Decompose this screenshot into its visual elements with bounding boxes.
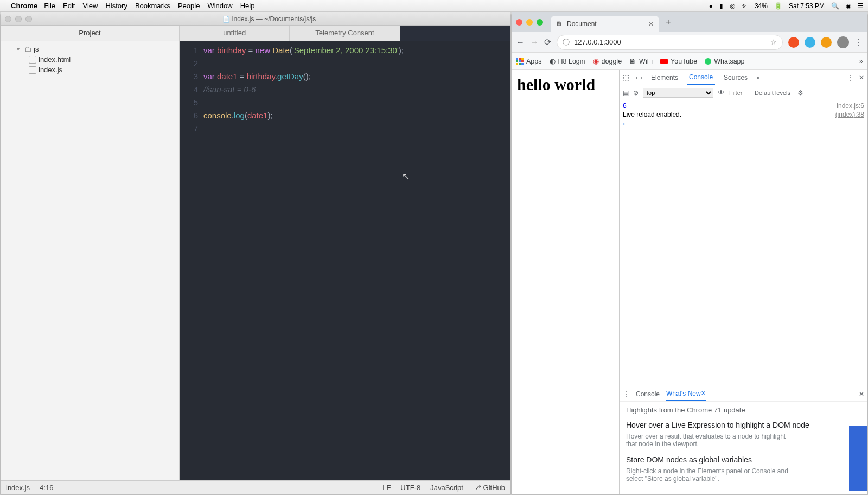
bookmark-item[interactable]: ◉doggle	[593, 57, 622, 65]
menu-help[interactable]: Help	[240, 2, 255, 10]
menu-window[interactable]: Window	[207, 2, 232, 10]
tree-file-js[interactable]: index.js	[1, 65, 179, 75]
tab-close-icon[interactable]: ✕	[648, 20, 654, 28]
sync-icon[interactable]: ◎	[730, 2, 735, 10]
menu-edit[interactable]: Edit	[63, 2, 75, 10]
back-button[interactable]: ←	[516, 37, 525, 47]
omnibox[interactable]: ⓘ 127.0.0.1:3000 ☆	[557, 35, 783, 50]
whatsnew-item-title: Hover over a Live Expression to highligh…	[626, 421, 861, 429]
extension-icon[interactable]	[805, 37, 815, 48]
context-select[interactable]: top	[643, 88, 713, 98]
extension-icon[interactable]	[821, 37, 832, 48]
editor-statusbar: index.js 4:16 LF UTF-8 JavaScript ⎇ GitH…	[1, 480, 510, 494]
chrome-maximize-icon[interactable]	[537, 19, 543, 26]
console-prompt[interactable]: ›	[623, 119, 864, 129]
devtools-tab-console[interactable]: Console	[687, 70, 715, 85]
drawer-menu-icon[interactable]: ⋮	[623, 390, 629, 398]
file-icon	[29, 56, 36, 64]
devtools-close-icon[interactable]: ✕	[859, 74, 864, 81]
tree-file-html[interactable]: index.html	[1, 54, 179, 65]
menu-history[interactable]: History	[105, 2, 127, 10]
console-source-link[interactable]: (index):38	[835, 111, 864, 118]
chrome-window: 🗎 Document ✕ + ← → ⟳ ⓘ 127.0.0.1:3000 ☆ …	[511, 12, 868, 495]
devtools-logo-icon	[849, 426, 867, 491]
battery-icon[interactable]: 🔋	[774, 2, 782, 10]
status-file[interactable]: index.js	[6, 484, 30, 492]
bookmark-item[interactable]: YouTube	[660, 58, 697, 65]
reload-button[interactable]: ⟳	[544, 37, 551, 47]
menu-bookmarks[interactable]: Bookmarks	[135, 2, 170, 10]
profile-avatar[interactable]	[837, 36, 849, 48]
page-heading: hello world	[517, 75, 614, 94]
tray-icon[interactable]: ▮	[719, 2, 723, 10]
chrome-close-icon[interactable]	[516, 19, 522, 26]
status-eol[interactable]: LF	[382, 484, 391, 492]
inspect-icon[interactable]: ⬚	[623, 73, 629, 81]
bookmark-item[interactable]: ◐H8 Login	[550, 57, 585, 65]
record-icon[interactable]: ●	[709, 2, 713, 10]
menu-file[interactable]: File	[44, 2, 55, 10]
tab-telemetry[interactable]: Telemetry Consent	[290, 26, 400, 41]
drawer-tab-console[interactable]: Console	[636, 390, 660, 398]
console-filters: ▤ ⊘ top 👁 Default levels ⚙	[620, 85, 867, 100]
editor-close-icon[interactable]	[5, 16, 11, 22]
devtools-tab-sources[interactable]: Sources	[722, 70, 750, 85]
apps-icon	[516, 58, 524, 65]
status-lang[interactable]: JavaScript	[430, 484, 463, 492]
console-source-link[interactable]: index.js:6	[837, 102, 864, 110]
menu-people[interactable]: People	[178, 2, 200, 10]
forward-button[interactable]: →	[530, 37, 539, 47]
tree-folder-label: js	[34, 45, 39, 53]
sidebar-toggle-icon[interactable]: ▤	[623, 89, 629, 97]
tab-active-blank[interactable]	[400, 26, 510, 41]
menu-view[interactable]: View	[82, 2, 98, 10]
notifications-icon[interactable]: ☰	[858, 2, 864, 10]
bookmark-apps[interactable]: Apps	[516, 58, 542, 65]
console-output[interactable]: 6 index.js:6 Live reload enabled. (index…	[620, 100, 867, 386]
spotlight-icon[interactable]: 🔍	[831, 2, 839, 10]
live-expression-icon[interactable]: 👁	[718, 88, 725, 97]
app-name[interactable]: Chrome	[11, 2, 37, 10]
chrome-tabbar: 🗎 Document ✕ +	[512, 12, 867, 32]
code-editor[interactable]: 1234567 var birthday = new Date('Septemb…	[180, 41, 510, 480]
console-settings-icon[interactable]: ⚙	[797, 89, 803, 97]
siri-icon[interactable]: ◉	[846, 2, 851, 10]
bookmarks-bar: Apps ◐H8 Login ◉doggle 🗎WiFi YouTube Wha…	[512, 53, 867, 70]
whatsnew-item-desc: Hover over a result that evaluates to a …	[626, 433, 794, 448]
log-levels[interactable]: Default levels	[752, 88, 793, 98]
status-pos[interactable]: 4:16	[40, 484, 53, 492]
drawer-tab-whatsnew[interactable]: What's New ✕	[666, 386, 706, 401]
gutter: 1234567	[180, 41, 203, 480]
bookmark-item[interactable]: 🗎WiFi	[629, 58, 653, 65]
chrome-menu-icon[interactable]: ⋮	[854, 37, 863, 47]
console-value: Live reload enabled.	[623, 111, 681, 118]
bookmarks-overflow-icon[interactable]: »	[859, 58, 863, 65]
devtools-tab-elements[interactable]: Elements	[649, 70, 680, 85]
project-tab[interactable]: Project	[1, 26, 180, 41]
extension-icon[interactable]	[788, 37, 799, 48]
filter-input[interactable]	[729, 90, 748, 96]
wifi-icon[interactable]: ᯤ	[742, 2, 748, 10]
site-info-icon[interactable]: ⓘ	[563, 37, 570, 47]
bookmark-star-icon[interactable]: ☆	[770, 38, 777, 46]
editor-maximize-icon[interactable]	[25, 16, 32, 22]
editor-minimize-icon[interactable]	[15, 16, 22, 22]
tab-untitled[interactable]: untitled	[180, 26, 290, 41]
browser-tab[interactable]: 🗎 Document ✕	[551, 16, 659, 32]
tree-folder-js[interactable]: ▾ 🗀 js	[1, 44, 179, 54]
devtools-tabs-overflow-icon[interactable]: »	[756, 74, 760, 81]
chrome-minimize-icon[interactable]	[526, 19, 533, 26]
devtools-menu-icon[interactable]: ⋮	[847, 74, 853, 81]
clock: Sat 7:53 PM	[789, 2, 825, 10]
device-icon[interactable]: ▭	[636, 73, 642, 81]
close-icon[interactable]: ✕	[701, 390, 706, 397]
battery-percent: 34%	[755, 2, 768, 10]
editor-window: 📄index.js — ~/Documents/js/js Project un…	[0, 12, 511, 495]
bookmark-item[interactable]: Whatsapp	[705, 58, 744, 65]
chevron-down-icon: ▾	[17, 46, 22, 52]
status-enc[interactable]: UTF-8	[400, 484, 420, 492]
status-git[interactable]: ⎇ GitHub	[473, 484, 505, 492]
drawer-close-icon[interactable]: ✕	[859, 390, 864, 398]
clear-console-icon[interactable]: ⊘	[633, 89, 639, 97]
new-tab-button[interactable]: +	[661, 15, 675, 29]
